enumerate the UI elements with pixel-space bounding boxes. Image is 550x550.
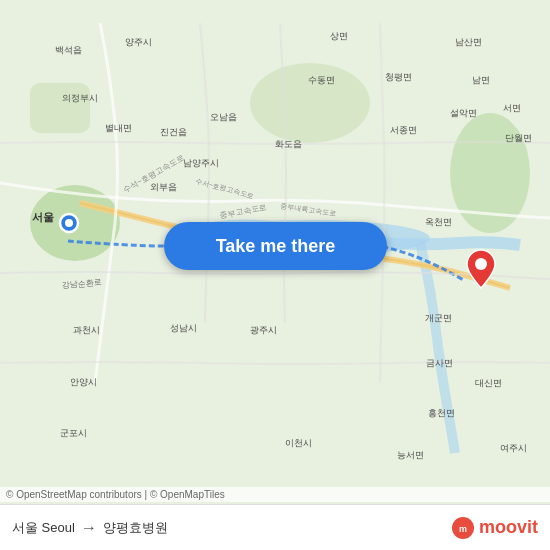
svg-text:m: m xyxy=(459,524,467,534)
svg-text:설악면: 설악면 xyxy=(450,108,477,118)
svg-text:성남시: 성남시 xyxy=(170,323,197,333)
svg-text:양주시: 양주시 xyxy=(125,37,152,47)
svg-text:남산면: 남산면 xyxy=(455,37,482,47)
svg-text:개군면: 개군면 xyxy=(425,313,452,323)
svg-text:여주시: 여주시 xyxy=(500,443,527,453)
svg-text:광주시: 광주시 xyxy=(250,325,277,335)
map-attribution: © OpenStreetMap contributors | © OpenMap… xyxy=(0,487,550,502)
svg-text:서종면: 서종면 xyxy=(390,125,417,135)
svg-text:수서~호평고속도로: 수서~호평고속도로 xyxy=(194,177,254,200)
route-arrow: → xyxy=(81,519,97,537)
svg-text:화도읍: 화도읍 xyxy=(275,139,302,149)
bottom-bar: 서울 Seoul → 양평효병원 m moovit xyxy=(0,504,550,550)
svg-text:중부내륙고속도로: 중부내륙고속도로 xyxy=(280,202,337,218)
svg-text:남면: 남면 xyxy=(472,75,490,85)
destination-marker xyxy=(463,248,499,284)
svg-point-44 xyxy=(475,258,487,270)
svg-text:백석읍: 백석읍 xyxy=(55,45,82,55)
svg-text:남양주시: 남양주시 xyxy=(183,158,219,168)
svg-text:대신면: 대신면 xyxy=(475,378,502,388)
svg-text:옥천면: 옥천면 xyxy=(425,217,452,227)
moovit-logo-text: moovit xyxy=(479,517,538,538)
svg-text:수동면: 수동면 xyxy=(308,75,335,85)
svg-text:외부읍: 외부읍 xyxy=(150,182,177,192)
svg-text:의정부시: 의정부시 xyxy=(62,93,98,103)
svg-text:중부고속도로: 중부고속도로 xyxy=(219,203,268,220)
take-me-there-button[interactable]: Take me there xyxy=(164,222,387,270)
svg-text:강남순환로: 강남순환로 xyxy=(61,278,102,290)
svg-rect-2 xyxy=(30,83,90,133)
destination-label: 양평효병원 xyxy=(103,519,168,537)
moovit-logo: m moovit xyxy=(451,516,538,540)
svg-text:오남읍: 오남읍 xyxy=(210,112,237,122)
svg-text:진건읍: 진건읍 xyxy=(160,127,187,137)
origin-label: 서울 Seoul xyxy=(12,519,75,537)
svg-text:금사면: 금사면 xyxy=(426,358,453,368)
svg-text:청평면: 청평면 xyxy=(385,72,412,82)
svg-text:서울: 서울 xyxy=(32,211,54,223)
route-info: 서울 Seoul → 양평효병원 xyxy=(12,519,168,537)
svg-point-43 xyxy=(65,219,73,227)
svg-text:별내면: 별내면 xyxy=(105,123,132,133)
svg-text:단월면: 단월면 xyxy=(505,133,532,143)
svg-text:과천시: 과천시 xyxy=(73,325,100,335)
svg-text:이천시: 이천시 xyxy=(285,438,312,448)
svg-text:군포시: 군포시 xyxy=(60,428,87,438)
svg-text:능서면: 능서면 xyxy=(397,450,424,460)
moovit-icon: m xyxy=(451,516,475,540)
svg-text:안양시: 안양시 xyxy=(70,377,97,387)
svg-text:상면: 상면 xyxy=(330,31,348,41)
svg-text:서면: 서면 xyxy=(503,103,521,113)
origin-marker xyxy=(58,212,80,234)
map-container: 수석~호평고속도로 중부고속도로 백석읍 양주시 상면 남산면 의정부시 수동면… xyxy=(0,0,550,550)
svg-text:흥천면: 흥천면 xyxy=(428,408,455,418)
